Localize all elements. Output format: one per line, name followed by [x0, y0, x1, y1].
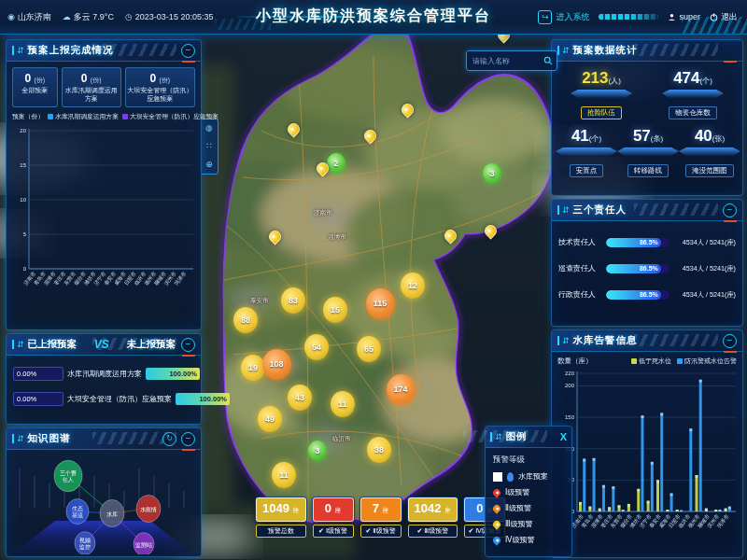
svg-text:监控: 监控	[79, 544, 91, 550]
kg-node[interactable]: 生态基流	[66, 499, 89, 525]
kg-node[interactable]: 视频监控	[75, 532, 95, 554]
stat-pedestal	[617, 147, 679, 156]
reservoir-cluster-marker[interactable]: 15	[323, 297, 347, 323]
legend-item[interactable]: 水库汛期调度运用方案	[48, 112, 119, 121]
responsible-label: 技术责任人	[558, 237, 601, 247]
reservoir-cluster-marker[interactable]: 11	[331, 391, 355, 417]
plan-card-label: 全部预案	[14, 87, 56, 95]
plan-stats-row1: 213(人) 抢险队伍474(个) 物资仓库数	[552, 62, 742, 119]
reservoir-cluster-marker[interactable]: 65	[357, 336, 381, 362]
badge-value: 0 座	[313, 497, 354, 522]
map-legend-item-label: Ⅲ级预警	[505, 519, 533, 529]
svg-text:10: 10	[20, 197, 26, 203]
badge-toggle[interactable]: ✔Ⅰ级预警	[313, 525, 354, 538]
map-tool-cluster-icon[interactable]: ∷	[206, 142, 212, 150]
kg-node[interactable]: 监测站	[134, 533, 154, 554]
reservoir-cluster-marker[interactable]: 19	[241, 355, 265, 381]
badge-value: 1049 座	[256, 497, 306, 522]
user-icon	[668, 13, 676, 21]
search-icon[interactable]	[543, 56, 553, 65]
reservoir-cluster-marker[interactable]: 108	[262, 349, 291, 380]
stat-value: 41(个)	[556, 127, 617, 146]
minimize-icon[interactable]: −	[181, 44, 195, 58]
panel-icon: ⇵	[490, 432, 502, 441]
map-search-box	[466, 50, 557, 71]
header-red-tick	[724, 351, 737, 353]
panel-icon: ⇵	[12, 340, 24, 349]
reservoir-cluster-marker[interactable]: 115	[366, 288, 395, 319]
kg-title: 知识图谱	[28, 432, 71, 445]
plan-card-value: 0 (份)	[127, 72, 193, 85]
refresh-icon[interactable]: ↻	[162, 432, 176, 446]
clock-icon: ◷	[125, 12, 133, 21]
plan-data-stat: 41(个) 安置点	[556, 127, 617, 177]
checkbox-icon[interactable]	[493, 472, 502, 482]
reservoir-cluster-marker[interactable]: 3	[483, 163, 501, 184]
reservoir-cluster-marker[interactable]: 43	[288, 385, 312, 411]
kg-node[interactable]: 水雨情	[136, 495, 161, 522]
svg-text:20: 20	[20, 128, 26, 133]
reservoir-cluster-marker[interactable]: 38	[367, 437, 391, 463]
map-legend-item[interactable]: Ⅳ级预警	[493, 535, 564, 545]
legend-item[interactable]: 大坝安全管理（防汛）应急预案	[122, 112, 218, 121]
legend-swatch	[677, 358, 683, 364]
responsible-detail: 4534人 / 5241(座)	[674, 264, 736, 273]
minimize-icon[interactable]: −	[723, 334, 737, 348]
map-legend-item[interactable]: Ⅲ级预警	[493, 519, 564, 529]
minimize-icon[interactable]: −	[723, 203, 737, 217]
map-tool-locate-icon[interactable]: ⊕	[205, 161, 213, 169]
map-legend-item-label: Ⅱ级预警	[505, 503, 531, 513]
map-legend-items: 水库预案 Ⅰ级预警 Ⅱ级预警 Ⅲ级预警 Ⅳ级预警	[493, 471, 564, 545]
stat-value: 40(张)	[679, 127, 740, 146]
reservoir-cluster-marker[interactable]: 12	[401, 273, 425, 299]
reservoir-cluster-marker[interactable]: 3	[308, 441, 327, 461]
reservoir-cluster-marker[interactable]: 83	[281, 287, 305, 314]
responsible-label: 巡查责任人	[558, 263, 601, 273]
plan-data-stat: 474(个) 物资仓库数	[662, 69, 724, 119]
map-legend-subtitle: 预警等级	[493, 455, 564, 466]
plan-data-stat: 213(人) 抢险队伍	[571, 69, 632, 119]
reservoir-cluster-marker[interactable]: 174	[387, 374, 416, 405]
panel-plan-stats: ⇵ 预案数据统计 213(人) 抢险队伍474(个) 物资仓库数 41(个) 安…	[551, 39, 743, 196]
stat-pedestal	[556, 147, 617, 156]
reservoir-cluster-marker[interactable]: 54	[304, 334, 329, 360]
responsible-progressbar: 86.5%	[606, 264, 669, 273]
minimize-icon[interactable]: −	[181, 338, 195, 352]
warning-badges: 1049 座 预警总数0 座 ✔Ⅰ级预警7 座 ✔Ⅱ级预警1042 座 ✔Ⅲ级预…	[256, 497, 505, 538]
close-icon[interactable]: X	[560, 431, 567, 442]
reservoir-cluster-marker[interactable]: 88	[233, 307, 258, 333]
enter-system-button[interactable]: ↪ 进入系统	[538, 10, 589, 24]
badge-toggle[interactable]: ✔Ⅱ级预警	[360, 525, 402, 538]
kg-node[interactable]: 水库	[100, 499, 124, 526]
minimize-icon[interactable]: −	[181, 432, 195, 446]
plan-legend-items: 水库汛期调度运用方案大坝安全管理（防汛）应急预案	[48, 112, 218, 121]
header-left-hatch	[215, 19, 271, 30]
search-input[interactable]	[471, 56, 543, 66]
header-red-tick	[724, 220, 737, 222]
reservoir-cluster-marker[interactable]: 2	[327, 153, 345, 174]
check-icon: ✔	[416, 527, 422, 535]
map-tool-layers-icon[interactable]: ◍	[205, 124, 213, 133]
svg-text:15: 15	[20, 162, 26, 168]
reservoir-marker-icon	[507, 472, 514, 482]
vs-row: 0.00% 大坝安全管理（防汛）应急预案 100.00%	[7, 392, 201, 406]
map-legend-item[interactable]: Ⅰ级预警	[493, 487, 564, 497]
reservoir-cluster-marker[interactable]: 11	[272, 462, 296, 488]
plan-stat-card: 0 (份) 水库汛期调度运用方案	[62, 67, 121, 107]
svg-text:0: 0	[23, 266, 27, 272]
vs-label: VS	[77, 338, 126, 351]
badge-toggle[interactable]: ✔Ⅲ级预警	[408, 525, 458, 538]
reservoir-cluster-marker[interactable]: 49	[258, 406, 282, 432]
kg-node[interactable]: 三个责任人	[54, 460, 82, 492]
map-legend-item[interactable]: 水库预案	[493, 471, 564, 482]
warning-badge: 0 座 ✔Ⅰ级预警	[313, 497, 354, 538]
knowledge-graph-canvas[interactable]: 三个责任人生态基流水库水雨情视频监控监测站	[7, 450, 199, 554]
responsible-row: 技术责任人 86.5% 4534人 / 5241(座)	[552, 237, 742, 247]
badge-toggle[interactable]: 预警总数	[256, 525, 306, 538]
alarm-legend-item[interactable]: 防汛警戒水位告警	[677, 357, 737, 366]
map-legend-item[interactable]: Ⅱ级预警	[493, 503, 564, 513]
alarm-legend-item[interactable]: 低于死水位	[631, 357, 671, 366]
header-red-tick	[182, 355, 195, 357]
map-toolbar: ◍ ∷ ⊕	[200, 119, 218, 175]
svg-text:监测站: 监测站	[135, 541, 152, 549]
